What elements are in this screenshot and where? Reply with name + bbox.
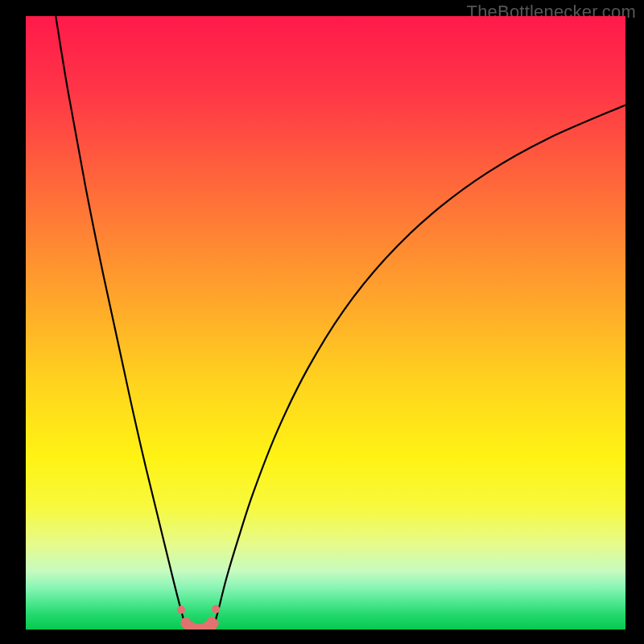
chart-stage: TheBottlenecker.com	[0, 0, 644, 644]
marker-dot	[207, 617, 217, 626]
marker-dot	[212, 605, 220, 613]
plot-svg	[26, 16, 625, 630]
gradient-background	[26, 16, 625, 630]
marker-dot	[177, 606, 185, 614]
plot-area	[26, 16, 625, 630]
